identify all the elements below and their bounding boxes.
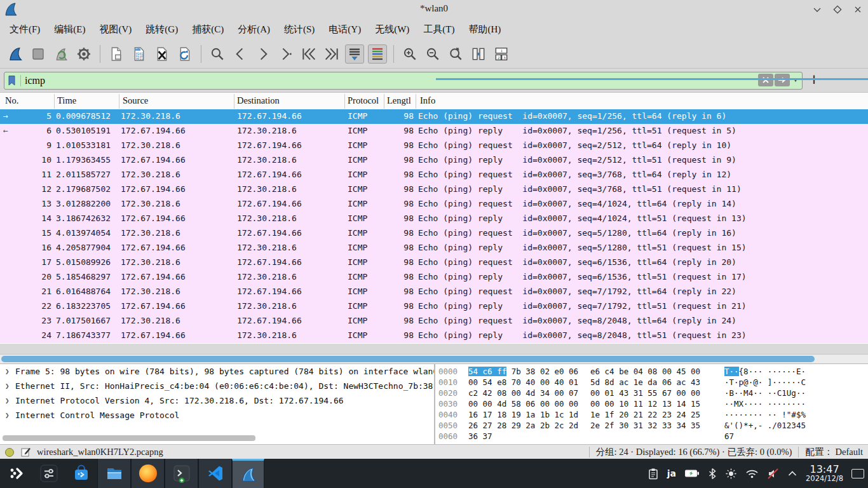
close-button[interactable]	[853, 4, 863, 15]
bytes-pane-scrollbar[interactable]	[436, 78, 868, 80]
go-to-packet-icon[interactable]	[276, 44, 295, 64]
hscrollbar-thumb[interactable]	[1, 356, 815, 362]
capture-comment-icon[interactable]	[20, 447, 31, 458]
wifi-tray-icon[interactable]	[745, 468, 759, 479]
go-forward-icon[interactable]	[254, 44, 273, 64]
zoom-out-icon[interactable]	[423, 44, 442, 64]
save-file-icon[interactable]: 010101100011	[130, 44, 149, 64]
file-manager-button[interactable]	[97, 459, 131, 488]
settings-button[interactable]	[32, 459, 65, 488]
hex-bytes-1[interactable]: c2 42 08 00 4d 34 00 07	[468, 388, 578, 398]
packet-list-hscrollbar[interactable]	[0, 354, 868, 364]
brightness-tray-icon[interactable]	[725, 468, 737, 480]
packet-row[interactable]: 122.179687502172.67.194.66172.30.218.6IC…	[0, 182, 868, 197]
packet-row[interactable]: ←60.530105191172.67.194.66172.30.218.6IC…	[0, 124, 868, 139]
hex-ascii[interactable]: ·B··M4·· ··C1Ug··	[724, 388, 806, 398]
terminal-button[interactable]	[165, 459, 198, 488]
colorize-packets-icon[interactable]	[368, 44, 387, 64]
expert-info-icon[interactable]	[5, 448, 14, 457]
hex-row[interactable]: 006036 3767	[436, 431, 868, 442]
packet-row[interactable]: 143.186742632172.67.194.66172.30.218.6IC…	[0, 212, 868, 226]
hex-bytes-2[interactable]: 5d 8d ac 1e da 06 ac 43	[590, 377, 700, 388]
stop-capture-icon[interactable]	[29, 44, 48, 64]
app-launcher-button[interactable]	[0, 459, 32, 488]
last-packet-icon[interactable]	[322, 44, 341, 64]
display-filter-field[interactable]: ▼	[4, 72, 803, 90]
menu-item[interactable]: 文件(F)	[3, 22, 47, 37]
menu-item[interactable]: 跳转(G)	[139, 22, 185, 37]
hex-bytes-2[interactable]: 2e 2f 30 31 32 33 34 35	[590, 420, 700, 431]
packet-row[interactable]: 154.013974054172.30.218.6172.67.194.66IC…	[0, 226, 868, 241]
hex-bytes-2[interactable]: 00 01 43 31 55 67 00 00	[590, 388, 700, 398]
expand-chevron-icon[interactable]: ❯	[5, 379, 10, 393]
ascii-selected-chars[interactable]: T··	[724, 367, 739, 376]
pane-divider[interactable]	[434, 364, 435, 445]
capture-options-icon[interactable]	[74, 44, 93, 64]
zoom-in-icon[interactable]	[400, 44, 419, 64]
hex-ascii[interactable]: 67	[724, 431, 734, 442]
reload-file-icon[interactable]	[175, 44, 194, 64]
menu-item[interactable]: 工具(T)	[416, 22, 461, 37]
vscode-button[interactable]	[198, 459, 232, 488]
hex-row[interactable]: 005026 27 28 29 2a 2b 2c 2d2e 2f 30 31 3…	[436, 420, 868, 431]
software-store-button[interactable]	[65, 459, 97, 488]
wireshark-button[interactable]	[232, 459, 264, 488]
volume-muted-tray-icon[interactable]	[767, 468, 779, 480]
packet-row[interactable]: 205.185468297172.67.194.66172.30.218.6IC…	[0, 270, 868, 285]
input-method-indicator[interactable]: ja	[667, 468, 676, 478]
resize-columns-icon[interactable]	[469, 44, 488, 64]
hex-bytes-1[interactable]: 36 37	[468, 431, 492, 442]
auto-scroll-icon[interactable]	[345, 44, 364, 64]
packet-row[interactable]: 175.015089926172.30.218.6172.67.194.66IC…	[0, 255, 868, 270]
filter-bookmark-icon[interactable]	[7, 75, 21, 86]
menu-item[interactable]: 电话(Y)	[322, 22, 368, 37]
menu-item[interactable]: 统计(S)	[277, 22, 322, 37]
hex-selected-bytes[interactable]: 54 c6 ff	[468, 367, 506, 376]
detail-line[interactable]: ❯Frame 5: 98 bytes on wire (784 bits), 9…	[0, 364, 434, 379]
expand-chevron-icon[interactable]: ❯	[5, 393, 10, 408]
profile-label[interactable]: 配置： Default	[805, 446, 863, 458]
hex-bytes-1[interactable]: 16 17 18 19 1a 1b 1c 1d	[468, 409, 578, 420]
close-file-icon[interactable]	[153, 44, 172, 64]
packet-row[interactable]: 91.010533181172.30.218.6172.67.194.66ICM…	[0, 139, 868, 153]
maximize-button[interactable]	[832, 4, 843, 15]
start-capture-icon[interactable]	[6, 44, 25, 64]
hex-bytes-2[interactable]: 1e 1f 20 21 22 23 24 25	[590, 409, 700, 420]
menu-item[interactable]: 捕获(C)	[185, 22, 231, 37]
column-layout-icon[interactable]: 123	[492, 44, 511, 64]
menu-item[interactable]: 帮助(H)	[461, 22, 508, 37]
firefox-button[interactable]	[131, 459, 165, 488]
hex-bytes-1[interactable]: 54 c6 ff 7b 38 02 e0 06	[468, 366, 578, 377]
find-packet-icon[interactable]	[208, 44, 227, 64]
filter-apply-button[interactable]	[775, 74, 790, 86]
filter-dropdown-arrow[interactable]: ▼	[791, 74, 800, 86]
expand-chevron-icon[interactable]: ❯	[5, 408, 10, 423]
hex-bytes-2[interactable]: 00 00 10 11 12 13 14 15	[590, 398, 700, 409]
hex-bytes-1[interactable]: 26 27 28 29 2a 2b 2c 2d	[468, 420, 578, 431]
zoom-reset-icon[interactable]	[446, 44, 465, 64]
hex-ascii[interactable]: &'()*+,- ./012345	[724, 420, 806, 431]
hex-row[interactable]: 001000 54 e8 70 40 00 40 015d 8d ac 1e d…	[436, 377, 868, 388]
battery-tray-icon[interactable]	[684, 469, 700, 478]
hex-row[interactable]: 0020c2 42 08 00 4d 34 00 0700 01 43 31 5…	[436, 388, 868, 398]
hex-bytes-1[interactable]: 00 00 4d 58 06 00 00 00	[468, 398, 578, 409]
column-header-protocol[interactable]: Protocol	[348, 95, 379, 106]
minimize-button[interactable]	[812, 4, 822, 15]
clock[interactable]: 13:47 2024/12/8	[806, 464, 843, 483]
menu-item[interactable]: 编辑(E)	[47, 22, 92, 37]
details-hscrollbar-thumb[interactable]	[3, 435, 255, 441]
hex-row[interactable]: 004016 17 18 19 1a 1b 1c 1d1e 1f 20 21 2…	[436, 409, 868, 420]
column-header-info[interactable]: Info	[420, 95, 435, 106]
packet-row[interactable]: 247.186743377172.67.194.66172.30.218.6IC…	[0, 329, 868, 343]
column-header-destination[interactable]: Destination	[237, 95, 280, 106]
packet-row[interactable]: 216.016488764172.30.218.6172.67.194.66IC…	[0, 285, 868, 299]
detail-line[interactable]: ❯Ethernet II, Src: HonHaiPrecis_c4:be:04…	[0, 379, 434, 393]
detail-line[interactable]: ❯Internet Control Message Protocol	[0, 408, 434, 423]
restart-capture-icon[interactable]	[51, 44, 71, 64]
hex-ascii[interactable]: T··{8··· ······E·	[724, 366, 806, 377]
first-packet-icon[interactable]	[299, 44, 318, 64]
column-header-time[interactable]: Time	[57, 95, 76, 106]
packet-row[interactable]: →50.009678512172.30.218.6172.67.194.66IC…	[0, 109, 868, 124]
show-desktop-button[interactable]	[851, 469, 864, 478]
detail-line[interactable]: ❯Internet Protocol Version 4, Src: 172.3…	[0, 393, 434, 408]
